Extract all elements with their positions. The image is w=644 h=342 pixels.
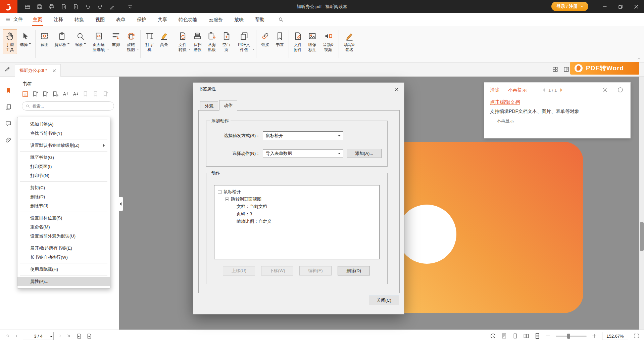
actions-tree[interactable]: 鼠标松开 跳转到页面视图 文档：当前文档 页码：3 缩放比例：自定义: [214, 185, 380, 259]
collapse-node-icon[interactable]: [218, 190, 221, 194]
menu-tab-projection[interactable]: 放映: [234, 13, 244, 26]
tab-close-icon[interactable]: [52, 69, 56, 73]
bookmarks-panel-icon[interactable]: [5, 87, 12, 94]
zoom-slider-thumb[interactable]: [567, 334, 570, 339]
menu-item-goto-bookmark[interactable]: 跳至书签(G): [17, 153, 110, 162]
ribbon-tool-snapshot[interactable]: 截图: [37, 29, 52, 49]
menu-item-rename[interactable]: 重命名(M): [17, 222, 110, 231]
attachments-panel-icon[interactable]: [5, 137, 12, 143]
action-select[interactable]: 导入表单数据: [263, 149, 343, 158]
page-number-box[interactable]: [23, 332, 54, 340]
tab-appearance[interactable]: 外观: [200, 101, 218, 111]
dialog-titlebar[interactable]: 书签属性: [193, 83, 404, 95]
ribbon-tool-audio-video[interactable]: 音频&视频: [319, 29, 337, 54]
vertical-scrollbar[interactable]: [639, 77, 644, 330]
ribbon-tool-select[interactable]: 选择: [17, 29, 34, 49]
next-bookmark-icon[interactable]: [93, 91, 99, 97]
collapse-panel-handle[interactable]: [118, 197, 123, 211]
bookmark-list-icon[interactable]: [22, 91, 28, 97]
minimize-button[interactable]: [597, 0, 612, 13]
menu-item-delete-section[interactable]: 删除节(J): [17, 201, 110, 210]
prev-tip-icon[interactable]: [541, 88, 545, 92]
move-down-button[interactable]: 下移(W): [261, 266, 293, 275]
page-thumbnails-icon[interactable]: [5, 104, 12, 111]
ribbon-tool-link[interactable]: 链接: [258, 29, 273, 49]
search-icon[interactable]: [278, 16, 284, 23]
comments-panel-icon[interactable]: [5, 120, 12, 127]
annotate-pencil-icon[interactable]: [4, 66, 11, 72]
menu-item-expand-collapse-all[interactable]: 展开/收起所有书签(E): [17, 244, 110, 253]
zoom-level-input[interactable]: [603, 334, 627, 339]
next-tip-icon[interactable]: [560, 88, 564, 92]
shrink-text-icon[interactable]: [72, 91, 79, 97]
menu-item-properties[interactable]: 属性(P)...: [17, 277, 110, 286]
print-button[interactable]: [47, 2, 56, 11]
menu-tab-form[interactable]: 表单: [116, 13, 126, 26]
page-dropdown-icon[interactable]: [50, 336, 52, 338]
no-prompt-link[interactable]: 不再提示: [508, 87, 527, 93]
close-dialog-button[interactable]: 关闭(C): [369, 296, 399, 305]
ribbon-tool-page-fit[interactable]: 页面适应选项: [89, 29, 109, 54]
menu-tab-features[interactable]: 特色功能: [179, 13, 197, 26]
rename-bookmark-icon[interactable]: [103, 91, 109, 97]
pen-settings-button[interactable]: [107, 2, 116, 11]
ribbon-tool-highlight[interactable]: 高亮: [157, 29, 171, 49]
foxit-logo[interactable]: [0, 0, 17, 13]
menu-item-hide-after-use[interactable]: 使用后隐藏(H): [17, 265, 110, 274]
ribbon-tool-from-clipboard[interactable]: 从剪贴板: [205, 29, 219, 54]
expand-text-icon[interactable]: [62, 91, 68, 97]
menu-item-default-zoom-level[interactable]: 设置默认书签缩放级别(Z): [17, 141, 110, 150]
ribbon-tool-hand[interactable]: 手型工具: [3, 29, 17, 54]
tree-node-trigger[interactable]: 鼠标松开: [218, 188, 376, 196]
save-button[interactable]: [35, 2, 44, 11]
ribbon-tool-image-annotation[interactable]: 图像标注: [305, 29, 319, 54]
ribbon-tool-file-attachment[interactable]: 文件附件: [291, 29, 305, 54]
collapse-node-icon[interactable]: [225, 198, 229, 201]
prev-view-icon[interactable]: [76, 333, 82, 339]
undo-button[interactable]: [83, 2, 92, 11]
menu-item-wrap-long-bookmarks[interactable]: 长书签自动换行(W): [17, 253, 110, 262]
dont-show-row[interactable]: 不再显示: [490, 118, 625, 124]
export-pdf-button[interactable]: [59, 2, 68, 11]
login-button[interactable]: 登录 / 注册: [551, 2, 588, 11]
page-number-input[interactable]: [27, 334, 49, 339]
single-page-icon[interactable]: [512, 333, 518, 339]
menu-tab-protect[interactable]: 保护: [137, 13, 146, 26]
delete-action-button[interactable]: 删除(D): [338, 266, 370, 275]
ribbon-tool-blank-page[interactable]: 空白页: [219, 29, 234, 54]
first-page-icon[interactable]: [5, 334, 10, 338]
locate-bookmark-icon[interactable]: [52, 91, 58, 97]
bookmark-search-box[interactable]: [22, 101, 114, 111]
previous-bookmark-icon[interactable]: [83, 91, 89, 97]
tip-settings-gear-icon[interactable]: [602, 87, 608, 93]
last-page-icon[interactable]: [66, 334, 72, 338]
customize-toolbar-chevron[interactable]: [126, 2, 135, 11]
menu-item-cut[interactable]: 剪切(C): [17, 183, 110, 192]
ribbon-tool-zoom[interactable]: 缩放: [72, 29, 89, 49]
menu-item-use-current-appearance[interactable]: 设置当前外观为默认(U): [17, 231, 110, 241]
grid-view-icon[interactable]: [552, 66, 558, 73]
next-view-icon[interactable]: [86, 333, 92, 339]
tab-action[interactable]: 动作: [219, 100, 237, 111]
menu-tab-share[interactable]: 共享: [158, 13, 167, 26]
menu-tab-convert[interactable]: 转换: [75, 13, 84, 26]
edit-action-button[interactable]: 编辑(E): [299, 266, 332, 275]
add-action-button[interactable]: 添加(A)...: [347, 149, 382, 158]
trigger-select[interactable]: 鼠标松开: [263, 131, 343, 140]
menu-tab-cloud[interactable]: 云服务: [209, 13, 223, 26]
ribbon-tool-typewriter[interactable]: 打字机: [142, 29, 157, 54]
import-pdf-button[interactable]: [71, 2, 80, 11]
ribbon-tool-fill-sign[interactable]: 填写&签名: [341, 29, 358, 54]
menu-tab-comment[interactable]: 注释: [54, 13, 63, 26]
menu-item-add-bookmark[interactable]: 添加书签(A): [17, 120, 110, 129]
dont-show-checkbox[interactable]: [490, 119, 494, 123]
ribbon-tool-from-scanner[interactable]: 从扫描仪: [190, 29, 205, 54]
zoom-in-button[interactable]: [592, 333, 597, 339]
add-bookmark-icon[interactable]: [32, 91, 38, 97]
zoom-level-box[interactable]: [602, 332, 628, 340]
document-tab[interactable]: 福昕办公.pdf *: [15, 64, 61, 77]
menu-item-delete[interactable]: 删除(D): [17, 192, 110, 201]
ribbon-tool-reflow[interactable]: 重排: [109, 29, 123, 49]
zoom-out-button[interactable]: [545, 333, 551, 339]
facing-pages-icon[interactable]: [523, 333, 529, 339]
